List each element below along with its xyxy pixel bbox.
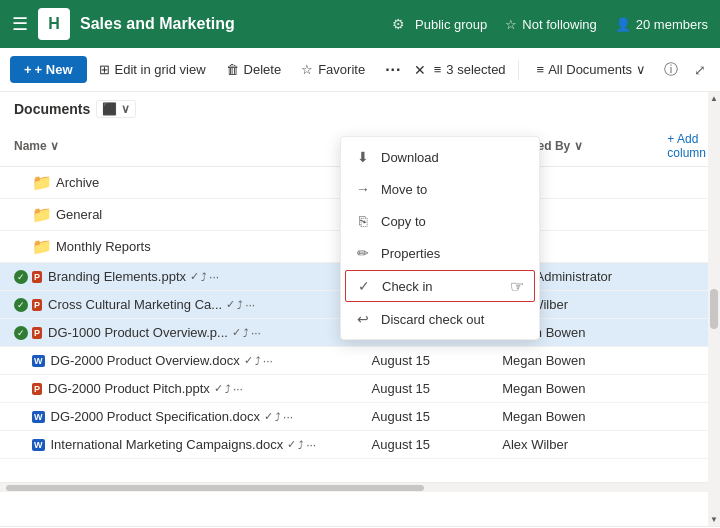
- toolbar: + + New ⊞ Edit in grid view 🗑 Delete ☆ F…: [0, 48, 720, 92]
- settings-icon[interactable]: ⚙: [392, 16, 405, 32]
- file-name: DG-2000 Product Overview.docx: [51, 353, 240, 368]
- file-check-icon[interactable]: ✓: [190, 270, 199, 283]
- menu-item-move[interactable]: → Move to: [341, 173, 539, 205]
- file-share-icon[interactable]: ⤴: [243, 327, 249, 339]
- docx-icon: W: [32, 411, 45, 423]
- file-more-icon[interactable]: ···: [209, 270, 219, 284]
- all-documents-button[interactable]: ≡ All Documents ∨: [531, 58, 652, 81]
- download-icon: ⬇: [355, 149, 371, 165]
- more-toolbar-button[interactable]: ···: [377, 56, 409, 84]
- file-name: DG-1000 Product Overview.p...: [48, 325, 228, 340]
- file-name-cell: ✓ P DG-1000 Product Overview.p... ✓ ⤴ ··…: [0, 319, 358, 347]
- copy-icon: ⎘: [355, 213, 371, 229]
- filter-icon: ≡: [434, 62, 442, 77]
- grid-icon: ⊞: [99, 62, 110, 77]
- file-modified: August 15: [358, 347, 489, 375]
- toolbar-right: ✕ ≡ 3 selected ≡ All Documents ∨ ⓘ ⤢: [414, 57, 710, 83]
- file-share-icon[interactable]: ⤴: [275, 411, 281, 423]
- folder-icon: 📁: [32, 173, 52, 192]
- file-name-cell: ✓ P Branding Elements.pptx ✓ ⤴ ···: [0, 263, 358, 291]
- clear-selection-button[interactable]: ✕: [414, 62, 426, 78]
- public-group: Public group: [415, 17, 487, 32]
- file-more-icon[interactable]: ···: [251, 326, 261, 340]
- toolbar-divider: [518, 60, 519, 80]
- file-check-icon[interactable]: ✓: [226, 298, 235, 311]
- members-icon: 👤: [615, 17, 631, 32]
- favorite-button[interactable]: ☆ Favorite: [293, 57, 373, 82]
- cursor-pointer-icon: ☞: [510, 277, 524, 296]
- table-row[interactable]: W International Marketing Campaigns.docx…: [0, 431, 720, 459]
- info-button[interactable]: ⓘ: [660, 57, 682, 83]
- file-check-icon[interactable]: ✓: [287, 438, 296, 451]
- file-more-icon[interactable]: ···: [263, 354, 273, 368]
- menu-item-download[interactable]: ⬇ Download: [341, 141, 539, 173]
- file-check-icon[interactable]: ✓: [244, 354, 253, 367]
- menu-item-discard[interactable]: ↩ Discard check out: [341, 303, 539, 335]
- file-modified-by: Alex Wilber: [488, 431, 653, 459]
- members-btn[interactable]: 👤 20 members: [615, 17, 708, 32]
- filter-icon2: ≡: [537, 62, 545, 77]
- file-name-cell: W International Marketing Campaigns.docx…: [0, 431, 358, 459]
- folder-icon: 📁: [32, 205, 52, 224]
- properties-icon: ✏: [355, 245, 371, 261]
- docs-label: Documents: [14, 101, 90, 117]
- file-share-icon[interactable]: ⤴: [201, 271, 207, 283]
- trash-icon: 🗑: [226, 62, 239, 77]
- file-name-cell: W DG-2000 Product Specification.docx ✓ ⤴…: [0, 403, 358, 431]
- file-check-icon[interactable]: ✓: [214, 382, 223, 395]
- hamburger-icon[interactable]: ☰: [12, 13, 28, 35]
- menu-item-copy[interactable]: ⎘ Copy to: [341, 205, 539, 237]
- file-modified-by: Megan Bowen: [488, 403, 653, 431]
- file-name-cell: 📁 Monthly Reports: [0, 231, 358, 263]
- top-header: ☰ H Sales and Marketing ⚙ Public group ☆…: [0, 0, 720, 48]
- file-name-cell: W DG-2000 Product Overview.docx ✓ ⤴ ···: [0, 347, 358, 375]
- file-share-icon[interactable]: ⤴: [237, 299, 243, 311]
- public-group-label: Public group: [415, 17, 487, 32]
- file-share-icon[interactable]: ⤴: [255, 355, 261, 367]
- file-name: International Marketing Campaigns.docx: [51, 437, 284, 452]
- check-circle: ✓: [14, 270, 28, 284]
- vertical-scrollbar[interactable]: ▲ ▼: [708, 92, 720, 526]
- menu-item-properties[interactable]: ✏ Properties: [341, 237, 539, 269]
- new-button[interactable]: + + New: [10, 56, 87, 83]
- table-row[interactable]: W DG-2000 Product Specification.docx ✓ ⤴…: [0, 403, 720, 431]
- discard-icon: ↩: [355, 311, 371, 327]
- app-logo: H: [38, 8, 70, 40]
- chevron-down-icon: ∨: [636, 62, 646, 77]
- file-more-icon[interactable]: ···: [306, 438, 316, 452]
- members-label: 20 members: [636, 17, 708, 32]
- app-title: Sales and Marketing: [80, 15, 382, 33]
- folder-icon: 📁: [32, 237, 52, 256]
- docx-icon: W: [32, 439, 45, 451]
- file-more-icon[interactable]: ···: [233, 382, 243, 396]
- header-actions: Public group ☆ Not following 👤 20 member…: [415, 17, 708, 32]
- file-name-cell: 📁 General: [0, 199, 358, 231]
- file-name-cell: P DG-2000 Product Pitch.pptx ✓ ⤴ ···: [0, 375, 358, 403]
- file-name: Branding Elements.pptx: [48, 269, 186, 284]
- delete-button[interactable]: 🗑 Delete: [218, 57, 290, 82]
- file-name: Cross Cultural Marketing Ca...: [48, 297, 222, 312]
- file-name: Archive: [56, 175, 99, 190]
- not-following-btn[interactable]: ☆ Not following: [505, 17, 596, 32]
- expand-button[interactable]: ⤢: [690, 58, 710, 82]
- move-icon: →: [355, 181, 371, 197]
- edit-grid-button[interactable]: ⊞ Edit in grid view: [91, 57, 214, 82]
- col-header-name: Name ∨: [0, 126, 358, 167]
- not-following-label: Not following: [522, 17, 596, 32]
- file-share-icon[interactable]: ⤴: [298, 439, 304, 451]
- file-check-icon[interactable]: ✓: [232, 326, 241, 339]
- docs-view-icon[interactable]: ⬛ ∨: [96, 100, 135, 118]
- file-share-icon[interactable]: ⤴: [225, 383, 231, 395]
- docx-icon: W: [32, 355, 45, 367]
- file-more-icon[interactable]: ···: [245, 298, 255, 312]
- file-check-icon[interactable]: ✓: [264, 410, 273, 423]
- file-more-icon[interactable]: ···: [283, 410, 293, 424]
- menu-item-checkin[interactable]: ✓ Check in ☞: [345, 270, 535, 302]
- table-row[interactable]: P DG-2000 Product Pitch.pptx ✓ ⤴ ··· Aug…: [0, 375, 720, 403]
- horizontal-scrollbar[interactable]: [0, 482, 708, 492]
- table-row[interactable]: W DG-2000 Product Overview.docx ✓ ⤴ ··· …: [0, 347, 720, 375]
- check-circle: ✓: [14, 298, 28, 312]
- documents-header: Documents ⬛ ∨: [0, 92, 720, 126]
- selected-badge: ≡ 3 selected: [434, 62, 506, 77]
- star-toolbar-icon: ☆: [301, 62, 313, 77]
